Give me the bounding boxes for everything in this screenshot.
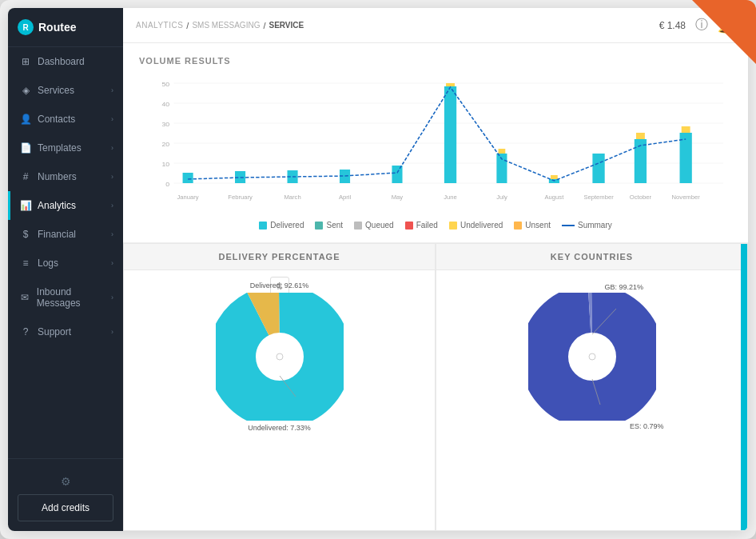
svg-text:June: June bbox=[444, 194, 457, 201]
chart-legend: Delivered Sent Queued Failed bbox=[139, 221, 732, 230]
legend-dot-delivered bbox=[259, 222, 267, 230]
chevron-icon: › bbox=[111, 230, 113, 238]
svg-rect-20 bbox=[499, 149, 506, 154]
gb-label: GB: 99.21% bbox=[605, 283, 644, 291]
support-icon: ? bbox=[20, 326, 31, 337]
sidebar-item-financial[interactable]: $ Financial › bbox=[8, 220, 123, 249]
legend-failed: Failed bbox=[405, 221, 438, 230]
svg-text:October: October bbox=[630, 194, 652, 201]
legend-unsent: Unsent bbox=[514, 221, 551, 230]
svg-text:September: September bbox=[583, 194, 614, 201]
svg-rect-25 bbox=[636, 133, 645, 139]
countries-panel-body: GB: 99.21% bbox=[436, 270, 747, 443]
legend-sent: Sent bbox=[315, 221, 343, 230]
logs-icon: ≡ bbox=[20, 258, 31, 269]
sidebar-label-financial: Financial bbox=[38, 229, 76, 240]
dashboard-icon: ⊞ bbox=[20, 56, 31, 67]
svg-text:10: 10 bbox=[161, 160, 169, 168]
chevron-icon: › bbox=[111, 144, 113, 152]
legend-dot-unsent bbox=[514, 222, 522, 230]
undelivered-label: Undelivered: 7.33% bbox=[248, 424, 311, 432]
legend-undelivered: Undelivered bbox=[449, 221, 503, 230]
svg-text:30: 30 bbox=[161, 120, 169, 128]
delivery-panel-header: DELIVERY PERCENTAGE bbox=[124, 244, 435, 270]
sidebar-item-dashboard[interactable]: ⊞ Dashboard bbox=[8, 47, 123, 76]
bar-chart: 50 40 30 20 10 0 bbox=[139, 75, 732, 211]
breadcrumb-analytics: ANALYTICS bbox=[136, 21, 183, 30]
svg-rect-17 bbox=[444, 86, 456, 183]
svg-text:20: 20 bbox=[161, 140, 169, 148]
svg-text:March: March bbox=[284, 194, 300, 201]
sidebar-label-contacts: Contacts bbox=[38, 114, 75, 125]
sidebar-item-support[interactable]: ? Support › bbox=[8, 317, 123, 346]
notification-icon[interactable]: 🔔 bbox=[718, 17, 735, 34]
delivery-panel: DELIVERY PERCENTAGE ⇅ Delivered: 92.61% bbox=[123, 243, 436, 531]
breadcrumb-sms: SMS MESSAGING bbox=[192, 21, 260, 30]
contacts-icon: 👤 bbox=[20, 114, 31, 125]
sidebar-item-analytics[interactable]: 📊 Analytics › bbox=[8, 191, 123, 220]
logo-text: Routee bbox=[38, 21, 76, 34]
breadcrumb-sep2: / bbox=[263, 21, 265, 30]
svg-text:May: May bbox=[392, 194, 404, 201]
topbar-right: € 1.48 ⓘ 🔔 bbox=[659, 17, 735, 34]
settings-icon[interactable]: ⚙ bbox=[61, 475, 71, 488]
legend-queued: Queued bbox=[354, 221, 394, 230]
sidebar: R Routee ⊞ Dashboard ◈ Services bbox=[8, 8, 123, 531]
main-content: VOLUME RESULTS 50 40 30 20 bbox=[123, 43, 748, 531]
sidebar-label-support: Support bbox=[38, 326, 71, 337]
chevron-icon: › bbox=[111, 115, 113, 123]
svg-rect-12 bbox=[183, 173, 193, 183]
chart-title: VOLUME RESULTS bbox=[139, 56, 732, 66]
logo-icon: R bbox=[18, 19, 34, 35]
svg-point-42 bbox=[277, 353, 283, 360]
numbers-icon: # bbox=[20, 171, 31, 182]
chevron-icon: › bbox=[111, 202, 113, 210]
settings-wrap: ⚙ bbox=[18, 469, 113, 494]
es-label: ES: 0.79% bbox=[630, 422, 664, 430]
legend-summary: Summary bbox=[562, 221, 612, 230]
donut-svg-countries bbox=[528, 293, 656, 421]
sidebar-label-inbound: Inbound Messages bbox=[37, 286, 111, 309]
financial-icon: $ bbox=[20, 229, 31, 240]
svg-rect-23 bbox=[592, 154, 604, 183]
sidebar-label-dashboard: Dashboard bbox=[38, 56, 85, 67]
svg-point-47 bbox=[589, 353, 595, 360]
sidebar-bottom: ⚙ Add credits bbox=[8, 458, 123, 531]
svg-text:February: February bbox=[228, 194, 253, 201]
breadcrumb: ANALYTICS / SMS MESSAGING / SERVICE bbox=[136, 21, 659, 30]
svg-rect-19 bbox=[496, 154, 507, 183]
inbound-icon: ✉ bbox=[20, 292, 30, 303]
info-icon[interactable]: ⓘ bbox=[695, 17, 708, 34]
legend-dot-summary bbox=[562, 225, 575, 226]
delivery-donut: Delivered: 92.61% bbox=[216, 293, 344, 421]
donut-svg-delivery bbox=[216, 293, 344, 421]
countries-panel: KEY COUNTRIES GB: 99.21% bbox=[436, 243, 748, 531]
sidebar-item-logs[interactable]: ≡ Logs › bbox=[8, 249, 123, 277]
add-credits-button[interactable]: Add credits bbox=[18, 494, 113, 521]
sidebar-label-services: Services bbox=[38, 85, 74, 96]
sidebar-item-inbound[interactable]: ✉ Inbound Messages › bbox=[8, 277, 123, 317]
chevron-icon: › bbox=[111, 259, 113, 267]
svg-rect-18 bbox=[446, 83, 455, 86]
sidebar-item-numbers[interactable]: # Numbers › bbox=[8, 162, 123, 191]
svg-text:August: August bbox=[545, 194, 564, 201]
sidebar-item-services[interactable]: ◈ Services › bbox=[8, 76, 123, 105]
chevron-icon: › bbox=[111, 328, 113, 336]
sidebar-label-numbers: Numbers bbox=[38, 171, 77, 182]
sidebar-nav: ⊞ Dashboard ◈ Services › 👤 Cont bbox=[8, 47, 123, 458]
delivered-label: Delivered: 92.61% bbox=[250, 281, 309, 289]
svg-text:April: April bbox=[339, 194, 352, 201]
svg-text:July: July bbox=[496, 194, 507, 201]
chevron-icon: › bbox=[111, 86, 113, 94]
sidebar-item-templates[interactable]: 📄 Templates › bbox=[8, 134, 123, 162]
sidebar-item-contacts[interactable]: 👤 Contacts › bbox=[8, 105, 123, 134]
chart-section: VOLUME RESULTS 50 40 30 20 bbox=[123, 43, 748, 243]
analytics-icon: 📊 bbox=[20, 200, 31, 211]
legend-dot-queued bbox=[354, 222, 362, 230]
breadcrumb-sep1: / bbox=[186, 21, 189, 30]
svg-text:January: January bbox=[177, 194, 199, 201]
svg-rect-27 bbox=[682, 126, 690, 133]
svg-text:November: November bbox=[672, 194, 701, 201]
sidebar-label-logs: Logs bbox=[38, 258, 58, 269]
countries-panel-header: KEY COUNTRIES bbox=[436, 244, 747, 270]
